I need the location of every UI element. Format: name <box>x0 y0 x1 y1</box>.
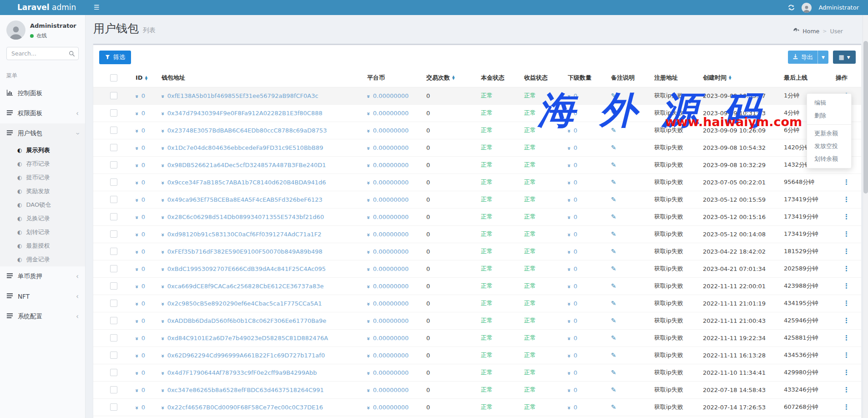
sidebar-item-控制面板[interactable]: 控制面板 <box>0 83 85 103</box>
sidebar-item-系统配置[interactable]: 系统配置‹ <box>0 306 85 326</box>
expand-chevrons-icon[interactable]: » <box>160 199 166 201</box>
expand-chevrons-icon[interactable]: » <box>365 302 372 305</box>
row-actions-icon[interactable]: ⋮ <box>843 351 850 359</box>
edit-remark-icon[interactable]: ✎ <box>611 369 616 376</box>
wallet-address-link[interactable]: 0x23748E3057BdBAB6C64EDb80ccC8788c69aD87… <box>167 127 327 134</box>
sidebar-item-单币质押[interactable]: 单币质押‹ <box>0 266 85 286</box>
wallet-address-link[interactable]: 0xca669dCE8f9CACa6c256828CbE612CE36737a8… <box>167 283 324 290</box>
row-checkbox[interactable] <box>110 213 117 220</box>
row-id[interactable]: 0 <box>141 214 145 220</box>
user-avatar[interactable] <box>802 3 812 13</box>
expand-chevrons-icon[interactable]: » <box>365 233 372 236</box>
row-checkbox[interactable] <box>110 92 117 99</box>
subordinate-count[interactable]: 0 <box>574 300 577 307</box>
row-checkbox[interactable] <box>110 403 117 411</box>
expand-chevrons-icon[interactable]: » <box>365 250 372 253</box>
expand-chevrons-icon[interactable]: » <box>566 354 572 357</box>
wallet-address-link[interactable]: 0xd84C9101E2a6D7e7b49023eD58285C81D88247… <box>167 335 328 342</box>
platform-coin-value[interactable]: 0.00000000 <box>373 317 409 324</box>
expand-chevrons-icon[interactable]: » <box>160 302 166 305</box>
platform-coin-value[interactable]: 0.00000000 <box>373 335 409 342</box>
expand-chevrons-icon[interactable]: » <box>566 199 572 201</box>
platform-coin-value[interactable]: 0.00000000 <box>373 196 409 203</box>
expand-chevrons-icon[interactable]: » <box>160 112 166 115</box>
wallet-address-link[interactable]: 0x98DB526621a64Dec5cfD324857A487B3FBe240… <box>167 162 326 168</box>
subordinate-count[interactable]: 0 <box>574 179 577 186</box>
sidebar-subitem-兑换记录[interactable]: ◐兑换记录 <box>0 212 85 225</box>
row-checkbox[interactable] <box>110 369 117 376</box>
expand-chevrons-icon[interactable]: » <box>134 129 140 132</box>
expand-chevrons-icon[interactable]: » <box>160 216 166 219</box>
row-checkbox[interactable] <box>110 161 117 168</box>
expand-chevrons-icon[interactable]: » <box>134 337 140 340</box>
subordinate-count[interactable]: 0 <box>574 110 577 117</box>
subordinate-count[interactable]: 0 <box>574 265 577 272</box>
row-id[interactable]: 0 <box>141 265 145 272</box>
expand-chevrons-icon[interactable]: » <box>160 372 166 374</box>
subordinate-count[interactable]: 0 <box>574 352 577 359</box>
wallet-address-link[interactable]: 0x49ca963Ef75BCEBa8E4A5F4cEAB5Fd326beF61… <box>167 196 323 203</box>
row-actions-icon[interactable]: ⋮ <box>843 213 850 221</box>
expand-chevrons-icon[interactable]: » <box>566 320 572 322</box>
wallet-address-link[interactable]: 0x2c9850cB5e8920290ef6e4Cbac5ca1F775CCa5… <box>167 300 322 307</box>
row-checkbox[interactable] <box>110 265 117 272</box>
expand-chevrons-icon[interactable]: » <box>160 320 166 322</box>
edit-remark-icon[interactable]: ✎ <box>611 265 616 272</box>
row-checkbox[interactable] <box>110 127 117 134</box>
expand-chevrons-icon[interactable]: » <box>134 285 140 288</box>
expand-chevrons-icon[interactable]: » <box>365 112 372 115</box>
wallet-address-link[interactable]: 0xBdC19953092707E666CdB39dA4c841F25C4Ac0… <box>167 265 326 272</box>
refresh-icon[interactable] <box>788 4 795 11</box>
expand-chevrons-icon[interactable]: » <box>160 147 166 149</box>
wallet-address-link[interactable]: 0xc347e86265b8a6528efFBDC63d4637518264C9… <box>167 387 324 393</box>
expand-chevrons-icon[interactable]: » <box>134 320 140 322</box>
filter-button[interactable]: 筛选 <box>99 51 131 64</box>
expand-chevrons-icon[interactable]: » <box>566 389 572 392</box>
row-actions-icon[interactable]: ⋮ <box>843 334 850 342</box>
row-actions-icon[interactable]: ⋮ <box>843 386 850 394</box>
search-icon[interactable] <box>69 50 75 59</box>
expand-chevrons-icon[interactable]: » <box>566 216 572 219</box>
wallet-address-link[interactable]: 0xfE138A5b01bf469855Ef31ee56792aB98fCF0A… <box>167 92 318 99</box>
sidebar-toggle-button[interactable]: ☰ <box>89 0 104 15</box>
row-actions-icon[interactable]: ⋮ <box>843 403 850 411</box>
row-actions-icon[interactable]: ⋮ <box>843 368 850 377</box>
wallet-address-link[interactable]: 0x1Dc7e04dc804636ebbcedeFa9FD31c9E510BbB… <box>167 144 323 151</box>
expand-chevrons-icon[interactable]: » <box>566 95 572 97</box>
platform-coin-value[interactable]: 0.00000000 <box>373 179 409 186</box>
expand-chevrons-icon[interactable]: » <box>566 406 572 409</box>
wallet-address-link[interactable]: 0x28C6c06298d514Db089934071355E5743bf21d… <box>167 214 324 220</box>
row-id[interactable]: 0 <box>141 231 145 238</box>
row-checkbox[interactable] <box>110 196 117 203</box>
subordinate-count[interactable]: 0 <box>574 231 577 238</box>
row-id[interactable]: 0 <box>141 335 145 342</box>
context-menu-item-发放空投[interactable]: 发放空投 <box>807 140 851 153</box>
edit-remark-icon[interactable]: ✎ <box>611 386 616 393</box>
navbar-username[interactable]: Administrator <box>818 4 859 11</box>
expand-chevrons-icon[interactable]: » <box>566 372 572 374</box>
wallet-address-link[interactable]: 0xd98120b91c583130C0aCf6Ff0391274AdC71a1… <box>167 231 322 238</box>
expand-chevrons-icon[interactable]: » <box>134 268 140 270</box>
platform-coin-value[interactable]: 0.00000000 <box>373 352 409 359</box>
subordinate-count[interactable]: 0 <box>574 248 577 255</box>
sidebar-subitem-存币记录[interactable]: ◐存币记录 <box>0 157 85 171</box>
column-picker-button[interactable]: ▦▼ <box>833 51 856 64</box>
row-actions-icon[interactable]: ⋮ <box>843 316 850 325</box>
brand-logo[interactable]: Laravel admin <box>0 0 86 15</box>
platform-coin-value[interactable]: 0.00000000 <box>373 404 409 411</box>
sidebar-subitem-展示列表[interactable]: ◐展示列表 <box>0 143 85 157</box>
expand-chevrons-icon[interactable]: » <box>134 95 140 97</box>
subordinate-count[interactable]: 0 <box>574 369 577 376</box>
expand-chevrons-icon[interactable]: » <box>365 129 372 132</box>
expand-chevrons-icon[interactable]: » <box>160 354 166 357</box>
expand-chevrons-icon[interactable]: » <box>566 112 572 115</box>
sort-icon[interactable]: ▲▼ <box>452 76 454 80</box>
edit-remark-icon[interactable]: ✎ <box>611 403 616 411</box>
expand-chevrons-icon[interactable]: » <box>134 199 140 201</box>
expand-chevrons-icon[interactable]: » <box>566 250 572 253</box>
expand-chevrons-icon[interactable]: » <box>160 389 166 392</box>
sidebar-subitem-最新授权[interactable]: ◐最新授权 <box>0 239 85 253</box>
context-menu-item-删除[interactable]: 删除 <box>807 109 851 122</box>
edit-remark-icon[interactable]: ✎ <box>611 352 616 359</box>
column-header-ID[interactable]: ID▲▼ <box>132 69 158 87</box>
